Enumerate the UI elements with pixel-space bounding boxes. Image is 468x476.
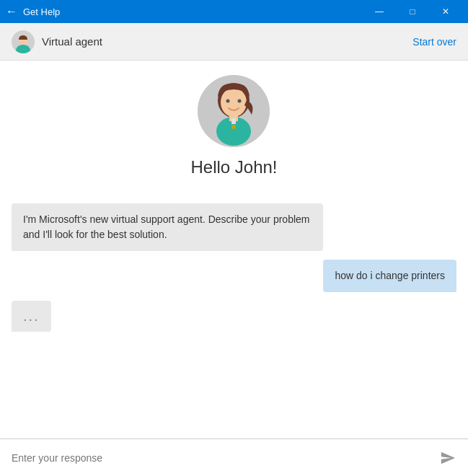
minimize-button[interactable]: — [363,0,396,23]
window-controls: — □ ✕ [363,0,462,23]
svg-point-6 [226,100,230,103]
close-button[interactable]: ✕ [429,0,462,23]
app-title: Get Help [23,6,363,17]
chat-area: Hello John! I'm Microsoft's new virtual … [0,61,468,438]
agent-name-label: Virtual agent [42,35,412,48]
messages-container: I'm Microsoft's new virtual support agen… [12,203,456,332]
svg-point-11 [231,125,236,129]
user-message-1: how do i change printers [323,260,456,292]
svg-point-5 [221,88,247,117]
agent-avatar-small [12,30,35,53]
typing-dots: ... [23,308,40,324]
input-area [0,438,468,476]
user-message-1-text: how do i change printers [335,270,445,281]
agent-avatar-large [198,75,270,147]
back-button[interactable]: ← [6,5,17,18]
send-button[interactable] [436,446,459,470]
greeting-text: Hello John! [190,157,277,177]
response-input[interactable] [12,452,436,464]
agent-message-1-text: I'm Microsoft's new virtual support agen… [23,213,310,240]
sub-header: Virtual agent Start over [0,23,468,61]
agent-typing-indicator: ... [12,301,51,332]
svg-point-7 [238,100,242,103]
maximize-button[interactable]: □ [396,0,429,23]
agent-message-1: I'm Microsoft's new virtual support agen… [12,203,323,251]
title-bar: ← Get Help — □ ✕ [0,0,468,23]
agent-intro: Hello John! [190,75,277,189]
svg-rect-10 [231,118,236,124]
start-over-button[interactable]: Start over [412,36,456,48]
